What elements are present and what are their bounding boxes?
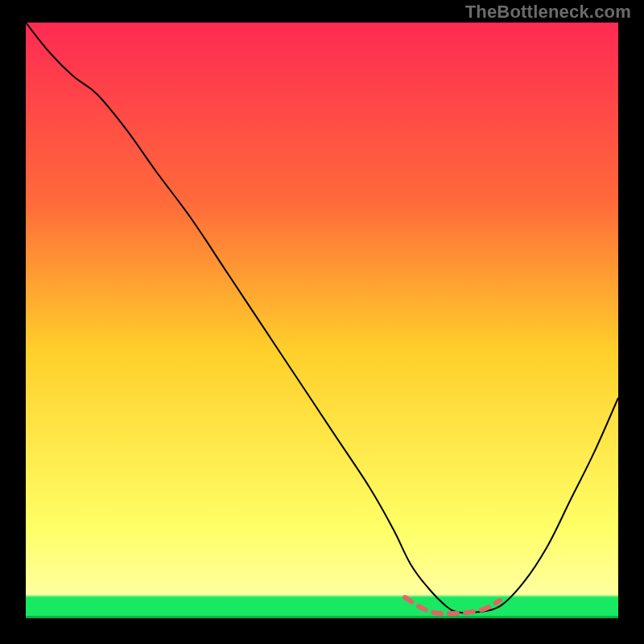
gradient-background bbox=[26, 23, 618, 618]
chart-area bbox=[26, 23, 618, 618]
chart-svg bbox=[26, 23, 618, 618]
watermark-label: TheBottleneck.com bbox=[465, 2, 631, 23]
figure-root: TheBottleneck.com bbox=[0, 0, 644, 644]
baseline-strip bbox=[26, 616, 618, 618]
